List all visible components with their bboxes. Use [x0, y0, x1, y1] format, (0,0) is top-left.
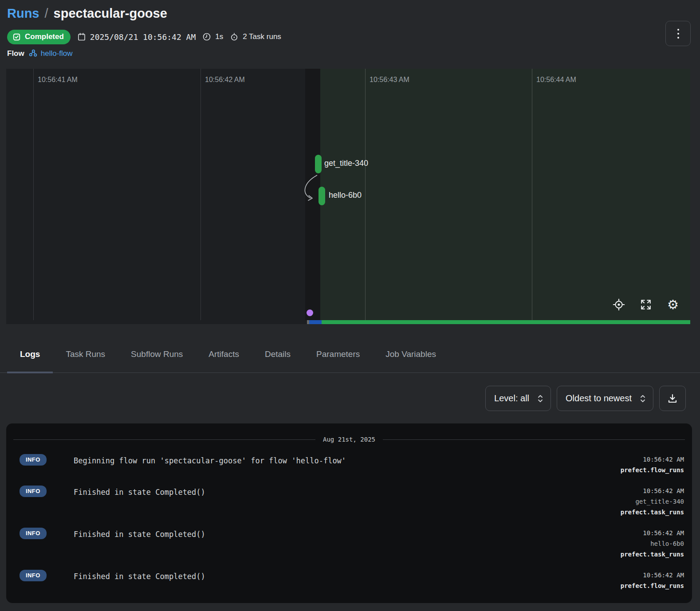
log-logger: prefect.task_runs — [621, 549, 684, 560]
timeline-gridline — [201, 69, 201, 320]
timeline-controls: ⚙ — [613, 298, 679, 311]
download-logs-button[interactable] — [659, 386, 686, 411]
tab-parameters[interactable]: Parameters — [303, 336, 373, 372]
tab-subflow-runs[interactable]: Subflow Runs — [118, 336, 196, 372]
log-row: INFO Finished in state Completed() 10:56… — [6, 524, 692, 566]
log-task-source[interactable]: hello-6b0 — [621, 538, 684, 549]
log-timestamp: 10:56:42 AM — [621, 570, 684, 580]
log-meta: 10:56:42 AM get_title-340 prefect.task_r… — [621, 484, 684, 517]
log-date-header: Aug 21st, 2025 — [323, 436, 375, 443]
breadcrumb-runs-link[interactable]: Runs — [7, 6, 39, 21]
breadcrumb-separator: / — [45, 6, 48, 21]
fullscreen-expand-icon[interactable] — [640, 298, 652, 311]
more-actions-button[interactable] — [665, 21, 691, 46]
download-icon — [667, 393, 678, 404]
log-level-badge: INFO — [20, 528, 47, 539]
timeline-tick-label: 10:56:42 AM — [205, 76, 245, 84]
timeline-tick-label: 10:56:44 AM — [536, 76, 576, 84]
tab-job-variables[interactable]: Job Variables — [373, 336, 449, 372]
log-row: INFO Beginning flow run 'spectacular-goo… — [6, 450, 692, 482]
log-level-badge: INFO — [20, 486, 47, 497]
timeline-gridline — [365, 69, 366, 320]
flow-link[interactable]: hello-flow — [28, 49, 73, 58]
log-filter-row: Level: all Oldest to newest — [485, 386, 686, 411]
tab-details[interactable]: Details — [252, 336, 303, 372]
chevron-updown-icon — [537, 394, 543, 403]
minimap-segment-blue — [309, 320, 322, 324]
page-title: spectacular-goose — [54, 6, 167, 21]
log-timestamp: 10:56:42 AM — [621, 486, 684, 496]
log-message: Finished in state Completed() — [74, 484, 621, 497]
log-sort-select[interactable]: Oldest to newest — [557, 386, 653, 411]
log-message: Finished in state Completed() — [74, 568, 621, 581]
log-timestamp: 10:56:42 AM — [621, 454, 684, 465]
log-meta: 10:56:42 AM hello-6b0 prefect.task_runs — [621, 526, 684, 560]
flow-run-start-marker — [307, 309, 313, 316]
minimap-segment-green — [322, 320, 690, 324]
log-logger: prefect.flow_runs — [621, 580, 684, 591]
log-meta: 10:56:42 AM prefect.flow_runs — [621, 568, 684, 591]
log-message: Finished in state Completed() — [74, 526, 621, 539]
log-level-select-value: Level: all — [494, 393, 529, 403]
run-meta-row: Completed 2025/08/21 10:56:42 AM 1s 2 Ta… — [7, 29, 281, 44]
tab-artifacts[interactable]: Artifacts — [196, 336, 252, 372]
log-logger: prefect.flow_runs — [621, 465, 684, 475]
run-duration-value: 1s — [215, 32, 223, 41]
task-bar-label[interactable]: get_title-340 — [324, 159, 368, 168]
flow-label: Flow — [7, 49, 24, 58]
timeline-gridline — [33, 69, 34, 320]
tab-task-runs[interactable]: Task Runs — [53, 336, 118, 372]
run-start-time: 2025/08/21 10:56:42 AM — [77, 32, 196, 42]
timeline-tick-label: 10:56:41 AM — [38, 76, 78, 84]
log-task-source[interactable]: get_title-340 — [621, 496, 684, 507]
timeline-tick-label: 10:56:43 AM — [370, 76, 409, 84]
log-date-divider: Aug 21st, 2025 — [6, 423, 692, 444]
log-meta: 10:56:42 AM prefect.flow_runs — [621, 453, 684, 475]
chevron-updown-icon — [640, 394, 646, 403]
log-row: INFO Finished in state Completed() 10:56… — [6, 482, 692, 524]
timeline-minimap-scrollbar[interactable] — [6, 320, 690, 324]
timeline-gridline — [532, 69, 532, 320]
status-badge-label: Completed — [25, 32, 64, 41]
run-detail-tabs: Logs Task Runs Subflow Runs Artifacts De… — [0, 336, 700, 373]
log-timestamp: 10:56:42 AM — [621, 528, 684, 538]
flow-row: Flow hello-flow — [7, 49, 73, 58]
flow-icon — [28, 49, 38, 58]
recenter-target-icon[interactable] — [613, 298, 625, 311]
log-row: INFO Finished in state Completed() 10:56… — [6, 566, 692, 598]
kebab-icon — [677, 29, 679, 31]
log-list-panel: Aug 21st, 2025 INFO Beginning flow run '… — [6, 423, 692, 603]
timeline-run-duration-region — [320, 69, 690, 320]
log-level-badge: INFO — [20, 570, 47, 581]
task-run-icon — [230, 32, 239, 41]
tab-logs[interactable]: Logs — [7, 336, 53, 372]
clock-icon — [202, 32, 211, 41]
run-start-time-value: 2025/08/21 10:56:42 AM — [90, 32, 196, 42]
checkbox-check-icon — [12, 33, 21, 41]
breadcrumb: Runs / spectacular-goose — [7, 6, 167, 21]
task-bar-get-title[interactable] — [315, 155, 322, 173]
log-message: Beginning flow run 'spectacular-goose' f… — [74, 453, 621, 465]
run-duration: 1s — [202, 32, 223, 41]
log-level-select[interactable]: Level: all — [485, 386, 551, 411]
log-logger: prefect.task_runs — [621, 507, 684, 517]
task-run-count-value: 2 Task runs — [243, 32, 281, 41]
task-bar-label[interactable]: hello-6b0 — [329, 191, 362, 200]
flow-run-timeline[interactable]: 10:56:41 AM 10:56:42 AM 10:56:43 AM 10:5… — [6, 69, 690, 324]
log-sort-select-value: Oldest to newest — [566, 393, 632, 403]
log-level-badge: INFO — [20, 454, 47, 466]
timeline-settings-gear-icon[interactable]: ⚙ — [667, 298, 679, 311]
calendar-icon — [77, 32, 86, 41]
status-badge: Completed — [7, 30, 71, 44]
task-run-count: 2 Task runs — [230, 32, 281, 41]
task-bar-hello[interactable] — [319, 187, 325, 205]
flow-link-label: hello-flow — [41, 49, 73, 58]
